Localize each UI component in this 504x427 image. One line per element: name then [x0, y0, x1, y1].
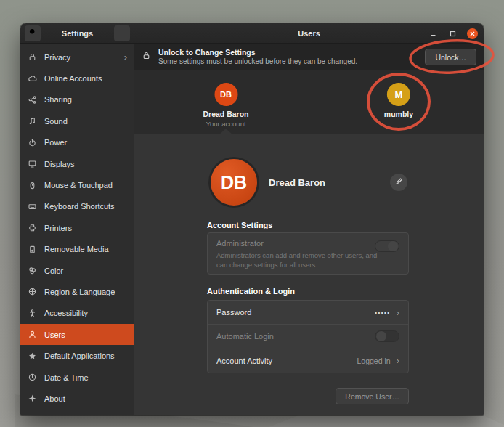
media-icon	[28, 245, 37, 254]
administrator-toggle[interactable]	[375, 240, 399, 252]
sidebar-item-label: Sharing	[44, 95, 127, 104]
unlock-button[interactable]: Unlock…	[425, 49, 476, 65]
avatar[interactable]: DB	[211, 159, 257, 206]
auth-heading: Authentication & Login	[207, 287, 295, 296]
edit-name-button[interactable]	[390, 174, 407, 191]
sidebar-item-label: About	[44, 394, 127, 403]
window-controls	[428, 23, 478, 44]
row-password[interactable]: Password•••••›	[208, 301, 408, 324]
star-icon	[28, 351, 37, 361]
sidebar-item-label: Default Applications	[44, 351, 127, 360]
lock-icon	[142, 50, 151, 63]
sidebar-item-about[interactable]: About	[20, 388, 134, 409]
titlebar-main: Users	[134, 23, 484, 43]
color-icon	[28, 266, 37, 275]
user-details: DB Dread Baron Account Settings Administ…	[134, 134, 484, 415]
selected-user-caret	[219, 129, 232, 134]
sidebar-item-label: Online Accounts	[44, 74, 127, 83]
sidebar: Privacy›Online AccountsSharingSoundPower…	[20, 44, 134, 415]
sidebar-item-label: Power	[44, 138, 127, 147]
sidebar-item-label: Mouse & Touchpad	[44, 181, 127, 190]
accessibility-icon	[28, 309, 37, 318]
about-icon	[28, 394, 37, 403]
row-automatic-login[interactable]: Automatic Login	[208, 324, 408, 348]
avatar: DB	[214, 83, 237, 106]
sidebar-item-default-applications[interactable]: Default Applications	[20, 345, 134, 366]
chevron-right-icon: ›	[124, 52, 127, 62]
sidebar-item-label: Printers	[44, 224, 127, 232]
chevron-right-icon: ›	[397, 308, 399, 317]
sidebar-item-power[interactable]: Power	[20, 132, 134, 153]
maximize-button[interactable]	[447, 28, 458, 39]
sidebar-item-mouse-touchpad[interactable]: Mouse & Touchpad	[20, 174, 134, 195]
sidebar-item-printers[interactable]: Printers	[20, 217, 134, 238]
sidebar-header: Settings	[20, 23, 134, 43]
sidebar-item-users[interactable]: Users	[20, 324, 134, 345]
share-icon	[28, 95, 37, 105]
unlock-banner: Unlock to Change Settings Some settings …	[134, 44, 484, 70]
user-card-mumbly[interactable]: Mmumbly	[384, 83, 413, 118]
lock-icon	[28, 52, 37, 62]
row-account-activity[interactable]: Account ActivityLogged in›	[208, 349, 408, 373]
sidebar-item-label: Sound	[44, 117, 127, 126]
sidebar-item-removable-media[interactable]: Removable Media	[20, 239, 134, 260]
row-value: Logged in	[357, 357, 391, 365]
users-icon	[28, 330, 37, 339]
search-icon	[28, 27, 38, 40]
administrator-description: Administrators can add and remove other …	[216, 251, 380, 270]
sidebar-item-label: Privacy	[44, 53, 117, 62]
display-icon	[28, 159, 37, 168]
settings-window: Settings Users	[20, 23, 484, 415]
sidebar-item-label: Date & Time	[44, 373, 127, 382]
pencil-icon	[394, 176, 404, 189]
sidebar-item-color[interactable]: Color	[20, 260, 134, 281]
sidebar-item-label: Region & Language	[44, 288, 127, 296]
close-button[interactable]	[467, 28, 478, 39]
account-settings-heading: Account Settings	[207, 221, 272, 229]
sidebar-item-label: Keyboard Shortcuts	[44, 202, 127, 211]
sidebar-item-date-time[interactable]: Date & Time	[20, 367, 134, 388]
user-card-dread-baron[interactable]: DBDread BaronYour account	[203, 83, 248, 128]
menu-button[interactable]	[114, 25, 130, 41]
row-label: Password	[216, 308, 369, 317]
chevron-right-icon: ›	[397, 356, 399, 365]
row-label: Automatic Login	[216, 332, 369, 341]
user-subtitle: Your account	[203, 120, 248, 128]
sidebar-item-label: Displays	[44, 160, 127, 168]
sound-icon	[28, 116, 37, 126]
mouse-icon	[28, 181, 37, 190]
sidebar-item-label: Removable Media	[44, 245, 127, 253]
printer-icon	[28, 223, 37, 232]
row-value: •••••	[375, 309, 391, 316]
sidebar-item-region-language[interactable]: Region & Language	[20, 281, 134, 302]
auth-card: Password•••••›Automatic LoginAccount Act…	[207, 300, 409, 373]
user-name: Dread Baron	[203, 110, 248, 118]
administrator-label: Administrator	[216, 239, 399, 248]
desktop: Settings Users	[0, 0, 504, 427]
sidebar-item-keyboard-shortcuts[interactable]: Keyboard Shortcuts	[20, 196, 134, 217]
sidebar-item-sound[interactable]: Sound	[20, 110, 134, 131]
users-panel: Unlock to Change Settings Some settings …	[134, 44, 484, 415]
clock-icon	[28, 373, 37, 382]
power-icon	[28, 138, 37, 147]
avatar: M	[387, 83, 410, 106]
automatic-login-toggle[interactable]	[375, 330, 399, 342]
sidebar-item-displays[interactable]: Displays	[20, 153, 134, 174]
sidebar-item-privacy[interactable]: Privacy›	[20, 46, 134, 68]
search-button[interactable]	[25, 25, 41, 41]
hamburger-icon	[118, 27, 127, 40]
remove-user-button[interactable]: Remove User…	[336, 388, 409, 404]
sidebar-item-sharing[interactable]: Sharing	[20, 89, 134, 110]
user-carousel: DBDread BaronYour accountMmumbly	[134, 70, 484, 134]
sidebar-item-accessibility[interactable]: Accessibility	[20, 303, 134, 324]
profile-name: Dread Baron	[269, 177, 325, 188]
sidebar-item-label: Accessibility	[44, 309, 127, 317]
titlebar[interactable]: Settings Users	[20, 23, 484, 44]
keyboard-icon	[28, 202, 37, 211]
administrator-card: Administrator Administrators can add and…	[207, 232, 409, 274]
sidebar-item-online-accounts[interactable]: Online Accounts	[20, 68, 134, 89]
page-title: Users	[298, 29, 320, 38]
minimize-button[interactable]	[428, 28, 439, 39]
globe-icon	[28, 287, 37, 296]
sidebar-item-label: Color	[44, 267, 127, 275]
